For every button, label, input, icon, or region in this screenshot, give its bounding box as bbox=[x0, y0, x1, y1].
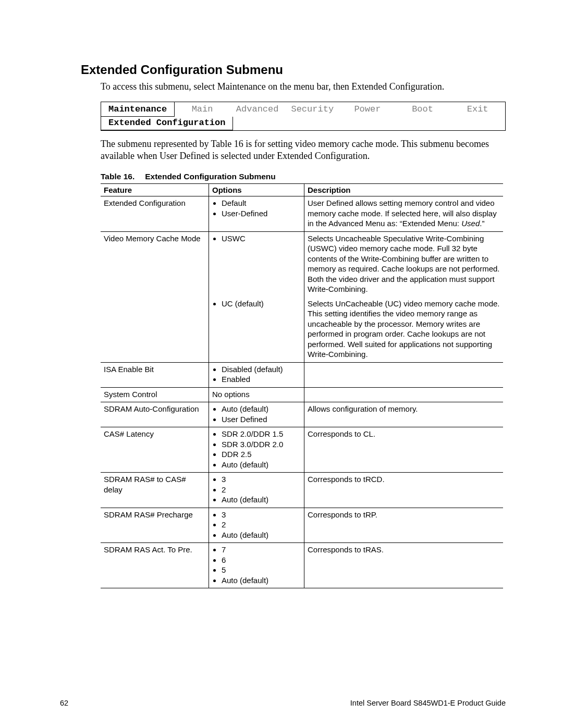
cell-feature: Video Memory Cache Mode bbox=[101, 231, 209, 297]
cell-feature: Extended Configuration bbox=[101, 196, 209, 232]
cell-options: 765Auto (default) bbox=[209, 543, 304, 588]
option-item: DDR 2.5 bbox=[222, 449, 301, 460]
cell-options: DefaultUser-Defined bbox=[209, 196, 304, 232]
page-footer: 62 Intel Server Board S845WD1-E Product … bbox=[60, 699, 506, 707]
cell-options: 32Auto (default) bbox=[209, 508, 304, 543]
option-item: USWC bbox=[222, 233, 301, 244]
body-paragraph: The submenu represented by Table 16 is f… bbox=[101, 138, 506, 162]
cell-description: Allows configuration of memory. bbox=[304, 402, 504, 427]
option-item: 6 bbox=[222, 555, 301, 565]
table-caption: Table 16.Extended Configuration Submenu bbox=[101, 172, 506, 181]
cell-feature: SDRAM RAS# to CAS# delay bbox=[101, 473, 209, 508]
option-item: 2 bbox=[222, 520, 301, 530]
option-item: SDR 2.0/DDR 1.5 bbox=[222, 429, 301, 439]
cell-options: UC (default) bbox=[209, 297, 304, 363]
cell-options: 32Auto (default) bbox=[209, 473, 304, 508]
option-item: Disabled (default) bbox=[222, 364, 301, 375]
cell-options: SDR 2.0/DDR 1.5SDR 3.0/DDR 2.0DDR 2.5Aut… bbox=[209, 427, 304, 473]
config-table: Feature Options Description Extended Con… bbox=[101, 183, 503, 588]
cell-feature bbox=[101, 297, 209, 363]
option-item: Auto (default) bbox=[222, 460, 301, 470]
option-item: 7 bbox=[222, 545, 301, 555]
th-description: Description bbox=[304, 184, 504, 196]
section-heading: Extended Configuration Submenu bbox=[81, 63, 506, 77]
cell-feature: SDRAM RAS# Precharge bbox=[101, 508, 209, 543]
cell-options: Auto (default)User Defined bbox=[209, 402, 304, 427]
option-item: Auto (default) bbox=[222, 404, 301, 414]
cell-feature: SDRAM Auto-Configuration bbox=[101, 402, 209, 427]
cell-options: USWC bbox=[209, 231, 304, 297]
cell-options: No options bbox=[209, 387, 304, 402]
cell-description: Corresponds to tRAS. bbox=[304, 543, 504, 588]
option-item: 2 bbox=[222, 485, 301, 495]
menubar-tab-advanced: Advanced bbox=[230, 102, 285, 117]
cell-description: Corresponds to tRCD. bbox=[304, 473, 504, 508]
option-item: SDR 3.0/DDR 2.0 bbox=[222, 439, 301, 450]
menubar-tab-exit: Exit bbox=[450, 102, 505, 117]
cell-description: Selects UnCacheable (UC) video memory ca… bbox=[304, 297, 504, 363]
menubar-submenu: Extended Configuration bbox=[101, 117, 233, 130]
option-item: Default bbox=[222, 198, 301, 208]
cell-description: Selects Uncacheable Speculative Write-Co… bbox=[304, 231, 504, 297]
cell-description: Corresponds to CL. bbox=[304, 427, 504, 473]
cell-feature: ISA Enable Bit bbox=[101, 362, 209, 387]
menubar-tab-boot: Boot bbox=[395, 102, 450, 117]
menubar-tab-security: Security bbox=[285, 102, 340, 117]
option-item: 5 bbox=[222, 565, 301, 575]
table-title: Extended Configuration Submenu bbox=[145, 172, 276, 181]
cell-feature: CAS# Latency bbox=[101, 427, 209, 473]
bios-menubar: Maintenance Main Advanced Security Power… bbox=[101, 102, 506, 131]
option-item: User Defined bbox=[222, 414, 301, 425]
footer-title: Intel Server Board S845WD1-E Product Gui… bbox=[350, 699, 506, 707]
cell-options: Disabled (default)Enabled bbox=[209, 362, 304, 387]
cell-description bbox=[304, 362, 504, 387]
page-number: 62 bbox=[60, 699, 68, 707]
option-item: Auto (default) bbox=[222, 495, 301, 505]
menubar-tab-power: Power bbox=[340, 102, 395, 117]
cell-description bbox=[304, 387, 504, 402]
intro-text: To access this submenu, select Maintenan… bbox=[101, 81, 506, 92]
option-item: Enabled bbox=[222, 374, 301, 385]
option-item: Auto (default) bbox=[222, 530, 301, 540]
cell-description: Corresponds to tRP. bbox=[304, 508, 504, 543]
cell-feature: System Control bbox=[101, 387, 209, 402]
cell-description: User Defined allows setting memory contr… bbox=[304, 196, 504, 232]
option-item: UC (default) bbox=[222, 299, 301, 309]
option-item: 3 bbox=[222, 510, 301, 520]
menubar-tab-maintenance: Maintenance bbox=[101, 102, 175, 117]
menubar-tab-main: Main bbox=[175, 102, 230, 117]
option-item: User-Defined bbox=[222, 208, 301, 219]
option-item: 3 bbox=[222, 474, 301, 485]
table-number: Table 16. bbox=[101, 172, 134, 181]
th-feature: Feature bbox=[101, 184, 209, 196]
cell-feature: SDRAM RAS Act. To Pre. bbox=[101, 543, 209, 588]
th-options: Options bbox=[209, 184, 304, 196]
option-item: Auto (default) bbox=[222, 575, 301, 586]
